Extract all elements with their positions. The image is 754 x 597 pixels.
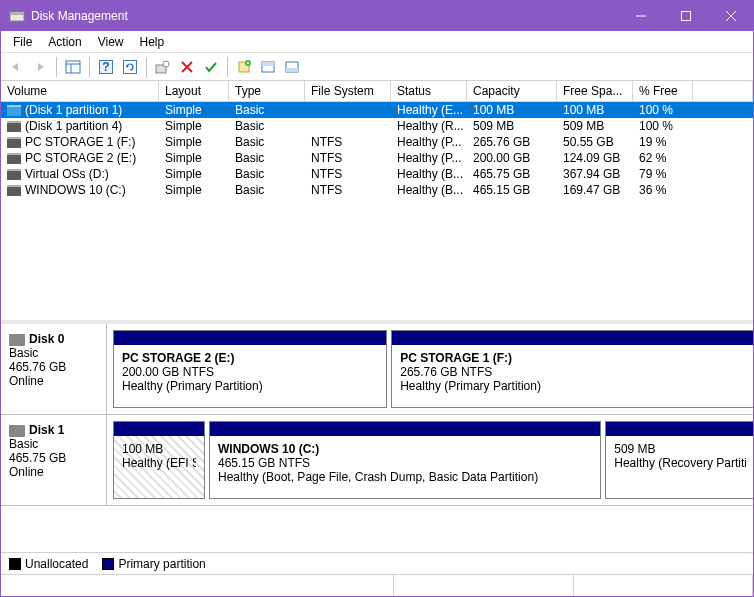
volume-cell-pct: 100 % (633, 102, 693, 118)
apply-button[interactable] (200, 56, 222, 78)
partition-name: PC STORAGE 1 (F:) (400, 351, 746, 365)
volume-row[interactable]: (Disk 1 partition 1)SimpleBasicHealthy (… (1, 102, 753, 118)
volume-cell-volume: WINDOWS 10 (C:) (1, 182, 159, 198)
volume-cell-volume: (Disk 1 partition 1) (1, 102, 159, 118)
svg-rect-23 (286, 68, 298, 72)
volume-cell-free: 367.94 GB (557, 166, 633, 182)
partition-stripe (210, 422, 600, 436)
disk-name: Disk 0 (29, 332, 64, 346)
column-header-status[interactable]: Status (391, 81, 467, 102)
volume-list-header: VolumeLayoutTypeFile SystemStatusCapacit… (1, 81, 753, 102)
volume-name: WINDOWS 10 (C:) (25, 183, 126, 197)
new-partition-button[interactable] (233, 56, 255, 78)
partition-body: WINDOWS 10 (C:)465.15 GB NTFSHealthy (Bo… (210, 436, 600, 498)
column-header-free[interactable]: Free Spa... (557, 81, 633, 102)
volume-row[interactable]: PC STORAGE 2 (E:)SimpleBasicNTFSHealthy … (1, 150, 753, 166)
volume-name: (Disk 1 partition 1) (25, 103, 122, 117)
volume-cell-fs: NTFS (305, 166, 391, 182)
volume-cell-fs: NTFS (305, 134, 391, 150)
partition-size: 509 MB (614, 442, 746, 456)
volume-cell-capacity: 265.76 GB (467, 134, 557, 150)
forward-button[interactable] (29, 56, 51, 78)
volume-cell-pct: 36 % (633, 182, 693, 198)
partition-stripe (606, 422, 753, 436)
disk-map: Disk 0Basic465.76 GBOnlinePC STORAGE 2 (… (1, 324, 753, 552)
volume-cell-pct: 62 % (633, 150, 693, 166)
disk-label[interactable]: Disk 0Basic465.76 GBOnline (1, 324, 107, 414)
column-header-pct[interactable]: % Free (633, 81, 693, 102)
menubar: FileActionViewHelp (1, 31, 753, 53)
settings-button[interactable] (152, 56, 174, 78)
close-button[interactable] (708, 1, 753, 31)
status-pane (394, 575, 573, 596)
column-header-fs[interactable]: File System (305, 81, 391, 102)
partition-box[interactable]: 100 MBHealthy (EFI System (113, 421, 205, 499)
partition-box[interactable]: PC STORAGE 2 (E:)200.00 GB NTFSHealthy (… (113, 330, 387, 408)
column-header-capacity[interactable]: Capacity (467, 81, 557, 102)
volume-cell-type: Basic (229, 102, 305, 118)
column-header-type[interactable]: Type (229, 81, 305, 102)
menu-file[interactable]: File (5, 33, 40, 51)
volume-cell-status: Healthy (R... (391, 118, 467, 134)
svg-rect-21 (262, 62, 274, 66)
menu-help[interactable]: Help (132, 33, 173, 51)
menu-action[interactable]: Action (40, 33, 89, 51)
menu-view[interactable]: View (90, 33, 132, 51)
partition-status: Healthy (Primary Partition) (122, 379, 378, 393)
volume-cell-layout: Simple (159, 182, 229, 198)
disk-label[interactable]: Disk 1Basic465.75 GBOnline (1, 415, 107, 505)
partition-box[interactable]: WINDOWS 10 (C:)465.15 GB NTFSHealthy (Bo… (209, 421, 601, 499)
disk-state: Online (9, 374, 98, 388)
legend-label: Unallocated (25, 557, 88, 571)
volume-cell-pct: 100 % (633, 118, 693, 134)
volume-name: PC STORAGE 1 (F:) (25, 135, 135, 149)
partition-size: 465.15 GB NTFS (218, 456, 592, 470)
svg-point-13 (163, 61, 169, 67)
volume-cell-layout: Simple (159, 118, 229, 134)
disk-size: 465.76 GB (9, 360, 98, 374)
drive-icon (7, 185, 21, 196)
drive-icon (7, 137, 21, 148)
volume-cell-capacity: 200.00 GB (467, 150, 557, 166)
partition-box[interactable]: 509 MBHealthy (Recovery Partition) (605, 421, 753, 499)
volume-row[interactable]: (Disk 1 partition 4)SimpleBasicHealthy (… (1, 118, 753, 134)
volume-cell-free: 50.55 GB (557, 134, 633, 150)
legend-item: Primary partition (102, 557, 205, 571)
separator (56, 57, 57, 77)
delete-button[interactable] (176, 56, 198, 78)
volume-name: (Disk 1 partition 4) (25, 119, 122, 133)
maximize-button[interactable] (663, 1, 708, 31)
volume-name: PC STORAGE 2 (E:) (25, 151, 136, 165)
toolbar: ? (1, 53, 753, 81)
volume-row[interactable]: Virtual OSs (D:)SimpleBasicNTFSHealthy (… (1, 166, 753, 182)
volume-cell-status: Healthy (E... (391, 102, 467, 118)
volume-cell-status: Healthy (P... (391, 150, 467, 166)
back-button[interactable] (5, 56, 27, 78)
volume-cell-capacity: 100 MB (467, 102, 557, 118)
volume-cell-type: Basic (229, 182, 305, 198)
volume-row[interactable]: PC STORAGE 1 (F:)SimpleBasicNTFSHealthy … (1, 134, 753, 150)
status-pane (1, 575, 394, 596)
disk-partitions: PC STORAGE 2 (E:)200.00 GB NTFSHealthy (… (107, 324, 753, 414)
minimize-button[interactable] (618, 1, 663, 31)
show-hide-console-button[interactable] (62, 56, 84, 78)
refresh-button[interactable] (119, 56, 141, 78)
volume-list[interactable]: VolumeLayoutTypeFile SystemStatusCapacit… (1, 81, 753, 324)
disk-icon (9, 425, 25, 437)
drive-icon (7, 169, 21, 180)
partition-box[interactable]: PC STORAGE 1 (F:)265.76 GB NTFSHealthy (… (391, 330, 753, 408)
legend-item: Unallocated (9, 557, 88, 571)
volume-row[interactable]: WINDOWS 10 (C:)SimpleBasicNTFSHealthy (B… (1, 182, 753, 198)
partition-name: WINDOWS 10 (C:) (218, 442, 592, 456)
disk-type: Basic (9, 437, 98, 451)
column-header-volume[interactable]: Volume (1, 81, 159, 102)
column-header-fill (693, 81, 753, 102)
help-button[interactable]: ? (95, 56, 117, 78)
view-top-button[interactable] (257, 56, 279, 78)
separator (227, 57, 228, 77)
partition-stripe (114, 422, 204, 436)
svg-rect-11 (124, 60, 137, 73)
column-header-layout[interactable]: Layout (159, 81, 229, 102)
view-bottom-button[interactable] (281, 56, 303, 78)
volume-cell-type: Basic (229, 118, 305, 134)
